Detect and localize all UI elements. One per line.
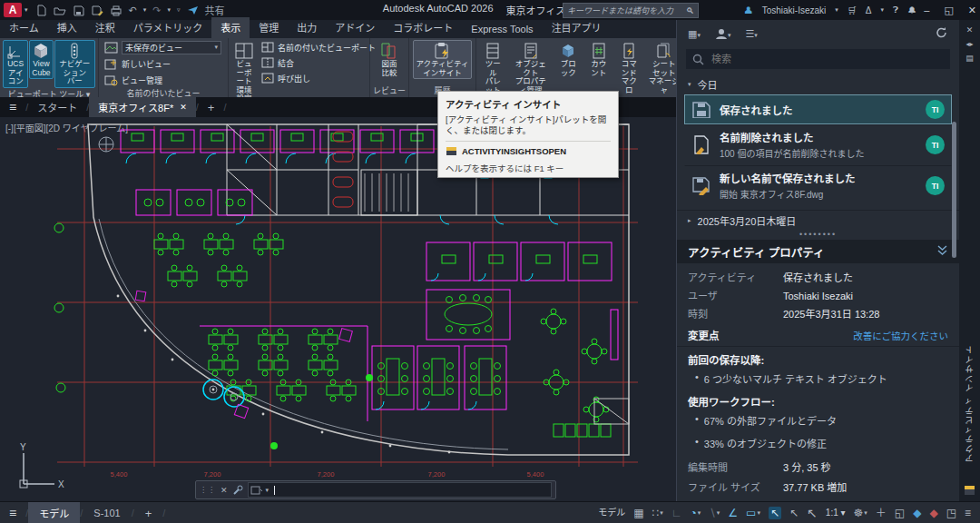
panel-label-named-views[interactable]: 名前の付いたビュー <box>99 87 228 97</box>
object-snap-3d-icon[interactable]: ↖ <box>789 507 799 519</box>
filter-list-icon[interactable]: ☰▾ <box>745 28 757 40</box>
cart-icon[interactable]: 🛒︎ <box>848 5 857 15</box>
tab-document[interactable]: 東京オフィス8F* ✕ <box>89 97 195 117</box>
redo-icon[interactable]: ↷ <box>152 5 161 16</box>
share-icon[interactable] <box>187 5 199 15</box>
object-snap-tracking-icon[interactable]: ∠ <box>728 507 738 519</box>
search-icon[interactable]: 🔍︎ <box>686 6 694 15</box>
user-caret-icon[interactable]: ▾ <box>835 6 838 14</box>
tool-palettes-button[interactable]: ツール パレット <box>479 40 507 96</box>
file-tab-menu-icon[interactable]: ≡ <box>0 100 25 114</box>
new-file-icon[interactable] <box>35 5 47 16</box>
share-label[interactable]: 共有 <box>205 3 225 17</box>
collapse-chevron-icon[interactable] <box>936 244 948 259</box>
isolate-objects-icon[interactable]: ◱ <box>895 507 905 519</box>
restore-viewport-button[interactable]: 呼び出し <box>261 71 376 85</box>
graphics-performance-icon[interactable]: ◆ <box>913 507 921 519</box>
customization-icon[interactable]: ≡ <box>965 507 971 519</box>
tab-collaborate[interactable]: コラボレート <box>384 17 462 38</box>
annotation-scale-control[interactable]: 1:1 ▾ <box>826 507 846 519</box>
activity-insight-button[interactable]: アクティビティ インサイト <box>413 40 471 79</box>
dynamic-input-icon[interactable]: ▭▾ <box>746 507 760 519</box>
ucs-icon-button[interactable]: UCS アイコン <box>3 40 28 88</box>
command-drag-handle[interactable]: ⋮⋮ <box>200 488 216 492</box>
count-palette-button[interactable]: カウント <box>584 40 612 79</box>
named-viewport-button[interactable]: 名前の付いたビューポート <box>261 40 376 54</box>
notification-icon[interactable]: 🔔︎ <box>907 5 916 15</box>
panel-label-review[interactable]: レビュー <box>370 84 408 97</box>
view-mode-icon[interactable]: ▦▾ <box>688 28 701 40</box>
group-older-date[interactable]: ▸ 2025年3月20日木曜日 <box>677 210 959 231</box>
qat-customize-icon[interactable]: ▿ <box>177 6 181 14</box>
workspace-switch-icon[interactable]: ☸▾ <box>854 507 867 519</box>
layout-menu-icon[interactable]: ≡ <box>0 506 25 520</box>
snap-mode-icon[interactable]: ∷▾ <box>652 507 663 519</box>
undo-caret-icon[interactable]: ▾ <box>143 6 147 14</box>
redo-caret-icon[interactable]: ▾ <box>167 6 171 14</box>
autodesk-caret-icon[interactable]: ▾ <box>880 6 884 14</box>
panel-scrollbar[interactable] <box>952 122 956 258</box>
user-filter-icon[interactable]: ▾ <box>715 28 731 39</box>
undo-icon[interactable]: ↶ <box>129 5 137 16</box>
save-as-icon[interactable] <box>91 5 103 16</box>
viewcube-button[interactable]: View Cube <box>29 40 53 79</box>
command-macros-button[interactable]: コマンド マクロ <box>615 40 643 96</box>
view-combo[interactable]: 未保存のビュー ▾ <box>122 41 221 54</box>
tab-view[interactable]: 表示 <box>211 17 250 38</box>
user-name[interactable]: Toshiaki-Isezaki <box>762 5 827 15</box>
tab-insert[interactable]: 挿入 <box>48 17 86 38</box>
navigation-bar-button[interactable]: ナビゲーション バー <box>54 40 95 88</box>
polar-tracking-icon[interactable]: ◔▾ <box>690 507 701 519</box>
new-view-button[interactable]: 新しいビュー <box>104 56 171 71</box>
tab-parametric[interactable]: パラメトリック <box>124 17 212 38</box>
palette-properties-icon[interactable]: ▤ <box>965 54 974 63</box>
palette-close-icon[interactable]: ✕ <box>966 25 974 35</box>
isodraft-icon[interactable]: ∖▾ <box>709 507 720 519</box>
command-input[interactable]: ▾ <box>248 482 552 498</box>
command-close-icon[interactable]: ✕ <box>220 486 228 495</box>
help-icon[interactable]: ❓︎ <box>893 5 898 15</box>
minimize-button[interactable]: – <box>924 5 929 15</box>
palette-autohide-icon[interactable]: ◂▸ <box>965 40 973 48</box>
logo-caret-icon[interactable]: ▾ <box>24 6 28 14</box>
autocad-logo[interactable]: A <box>4 3 22 17</box>
panel-splitter[interactable]: •••••••• <box>677 231 959 240</box>
plot-icon[interactable] <box>110 5 122 16</box>
restore-button[interactable]: ◱ <box>944 5 953 16</box>
tab-close-icon[interactable]: ✕ <box>180 103 187 112</box>
tab-annotate[interactable]: 注釈 <box>86 17 124 38</box>
new-tab-button[interactable]: + <box>199 98 224 117</box>
group-today[interactable]: ▾ 今日 <box>677 74 959 94</box>
activity-properties-header[interactable]: アクティビティ プロパティ <box>677 240 959 263</box>
tab-output[interactable]: 出力 <box>288 17 326 38</box>
object-snap-icon[interactable]: ↖ <box>769 507 781 519</box>
blocks-palette-button[interactable]: ブロック <box>554 40 583 79</box>
save-icon[interactable] <box>73 5 84 16</box>
drawing-compare-button[interactable]: 図面 比較 <box>377 40 402 79</box>
hardware-acceleration-icon[interactable]: ◆ <box>929 507 937 519</box>
new-layout-button[interactable]: + <box>134 503 163 523</box>
selection-cycling-icon[interactable]: ↖ <box>807 507 818 519</box>
tab-express-tools[interactable]: Express Tools <box>462 21 542 38</box>
clean-screen-icon[interactable]: ◳ <box>946 507 956 519</box>
help-search-box[interactable]: キーワードまたは語句を入力 🔍︎ <box>563 3 699 18</box>
command-line[interactable]: ⋮⋮ ✕ ▾ <box>195 480 556 499</box>
tab-home[interactable]: ホーム <box>0 17 48 38</box>
join-viewport-button[interactable]: 結合 <box>261 55 376 70</box>
feedback-link[interactable]: 改善にご協力ください <box>853 329 948 342</box>
tab-manage[interactable]: 管理 <box>250 17 288 38</box>
ucs-icon[interactable]: Y X <box>13 442 71 497</box>
tab-addins[interactable]: アドイン <box>326 17 384 38</box>
layout-tab-model[interactable]: モデル <box>28 502 80 523</box>
tab-start[interactable]: スタート <box>28 97 86 117</box>
tab-featured-apps[interactable]: 注目アプリ <box>543 17 611 38</box>
annotation-monitor-icon[interactable]: ＋ <box>876 507 887 519</box>
customize-wrench-icon[interactable] <box>232 485 243 496</box>
ortho-mode-icon[interactable]: ∟ <box>671 507 682 519</box>
model-space-toggle[interactable]: モデル <box>598 507 625 519</box>
open-file-icon[interactable] <box>54 5 66 16</box>
layout-tab-s101[interactable]: S-101 <box>83 504 131 522</box>
grid-display-icon[interactable]: ▦ <box>633 507 643 519</box>
refresh-icon[interactable] <box>935 26 948 41</box>
activity-item-saved[interactable]: 保存されました TI <box>684 94 952 124</box>
